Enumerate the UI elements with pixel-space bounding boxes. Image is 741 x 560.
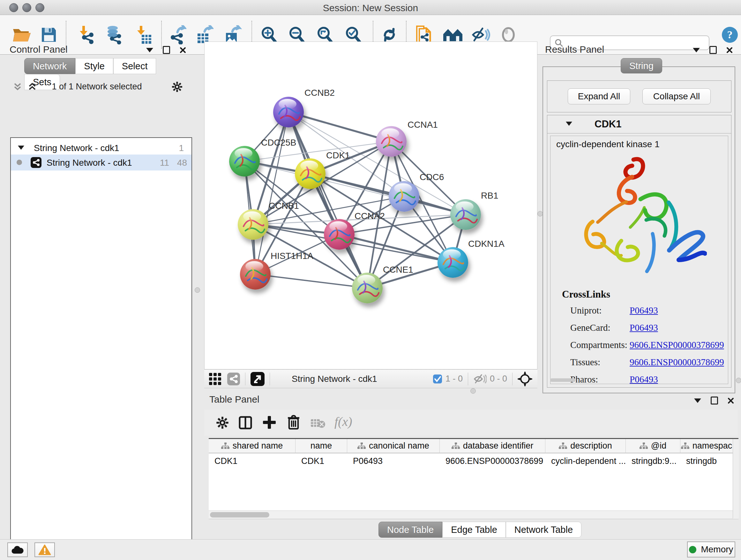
crosshair-icon[interactable] — [518, 372, 532, 386]
window-title: Session: New Session — [0, 3, 741, 13]
warnings-button[interactable] — [35, 543, 55, 557]
graph-node-ccnb1[interactable] — [238, 209, 268, 240]
sphere-glare — [456, 201, 474, 212]
column-header-canonical-name[interactable]: canonical name — [347, 439, 440, 453]
delete-column-trash-icon[interactable] — [286, 415, 300, 430]
memory-button[interactable]: Memory — [687, 542, 735, 557]
node-label-cdkn1a: CDKN1A — [468, 239, 504, 249]
crosslink-genecard-link[interactable]: P06493 — [630, 322, 658, 333]
gene-description: cyclin-dependent kinase 1 — [556, 139, 660, 149]
table-cell-name[interactable]: CDK1 — [295, 454, 347, 468]
tab-style[interactable]: Style — [75, 58, 113, 74]
column-header-database-identifier[interactable]: database identifier — [440, 439, 545, 453]
crosslink-label: Uniprot: — [570, 305, 602, 316]
node-label-ccnb2: CCNB2 — [305, 88, 335, 98]
node-label-rb1: RB1 — [481, 191, 498, 201]
table-cell-description[interactable]: cyclin-dependent ... — [545, 454, 626, 468]
table-cell-id[interactable]: stringdb:9... — [626, 454, 680, 468]
column-header-id[interactable]: @id — [626, 439, 680, 453]
graph-node-rb1[interactable] — [450, 199, 481, 230]
gene-header-row[interactable]: CDK1 — [547, 115, 731, 133]
panel-close-icon[interactable] — [726, 47, 733, 53]
tab-network-table[interactable]: Network Table — [506, 522, 582, 538]
column-header-shared-name[interactable]: shared name — [209, 439, 295, 453]
results-hscrollbar-thumb[interactable] — [550, 378, 576, 382]
string-view-icon[interactable] — [227, 373, 240, 385]
graph-node-cdc6[interactable] — [389, 181, 419, 212]
cytoscape-window: Session: New Session — [0, 0, 741, 560]
memory-label: Memory — [701, 544, 733, 555]
graph-node-cdk1[interactable] — [295, 159, 326, 189]
panel-float-icon[interactable] — [710, 46, 717, 54]
bottom-splitter-handle[interactable] — [470, 388, 476, 394]
network-row-selected[interactable]: String Network - cdk1 11 48 — [11, 154, 192, 171]
table-vertical-scrollbar[interactable] — [733, 439, 739, 518]
node-label-ccna1: CCNA1 — [408, 120, 438, 130]
network-collection-row[interactable]: String Network - cdk1 1 — [11, 141, 192, 156]
graph-node-hist1h1a[interactable] — [240, 259, 271, 290]
show-columns-icon[interactable] — [239, 416, 252, 429]
grid-view-icon[interactable] — [209, 373, 221, 385]
cloud-status-button[interactable] — [7, 543, 28, 557]
panel-close-icon[interactable] — [728, 397, 734, 404]
crosslink-tissues-link[interactable]: 9606.ENSP00000378699 — [630, 357, 724, 368]
column-header-name[interactable]: name — [295, 439, 347, 453]
crosslink-label: Tissues: — [570, 357, 600, 368]
table-horizontal-scrollbar[interactable] — [209, 510, 733, 519]
sphere-glare — [357, 275, 375, 286]
expand-collapse-box: Expand All Collapse All — [547, 80, 731, 112]
gray-eye-icon — [500, 26, 517, 43]
add-column-icon[interactable] — [262, 415, 276, 429]
panel-menu-icon[interactable] — [693, 48, 700, 52]
graph-node-ccne1[interactable] — [352, 273, 383, 303]
collection-expander-icon[interactable] — [18, 145, 24, 150]
edge-splitter-handle[interactable] — [736, 378, 741, 383]
crosslink-uniprot-link[interactable]: P06493 — [630, 305, 658, 316]
graph-node-cdkn1a[interactable] — [437, 247, 468, 278]
column-header-description[interactable]: description — [545, 439, 626, 453]
expand-all-button[interactable]: Expand All — [568, 88, 630, 105]
tab-edge-table[interactable]: Edge Table — [442, 522, 506, 538]
table-cell-namespace[interactable]: stringdb — [680, 454, 733, 468]
sphere-glare — [394, 183, 412, 194]
tab-string[interactable]: String — [621, 58, 662, 73]
table-cell-canonical-name[interactable]: P06493 — [347, 454, 440, 468]
panel-menu-icon[interactable] — [146, 48, 153, 52]
panel-menu-icon[interactable] — [694, 398, 701, 403]
hidden-node-edge-counts: 0 - 0 — [490, 374, 507, 384]
network-view-title: String Network - cdk1 — [292, 374, 377, 384]
table-cell-database-identifier[interactable]: 9606.ENSP00000378699 — [440, 454, 545, 468]
detach-view-icon[interactable] — [251, 372, 265, 386]
panel-float-icon[interactable] — [711, 396, 718, 405]
table-options-gear-icon[interactable] — [216, 416, 229, 429]
tab-select[interactable]: Select — [113, 58, 156, 74]
network-row-label: String Network - cdk1 — [47, 158, 132, 168]
tab-node-table[interactable]: Node Table — [379, 522, 442, 538]
hidden-eye-icon[interactable] — [473, 374, 487, 384]
network-list-header: 1 of 1 Network selected — [6, 79, 187, 95]
graph-node-cdc25b[interactable] — [229, 146, 260, 177]
gene-expander-icon[interactable] — [566, 122, 572, 126]
left-splitter-handle[interactable] — [195, 287, 200, 293]
right-splitter-handle[interactable] — [537, 211, 543, 216]
panel-float-icon[interactable] — [163, 46, 170, 54]
network-options-gear-icon[interactable] — [172, 81, 183, 92]
crosslink-label: GeneCard: — [570, 322, 610, 333]
column-type-icon — [221, 442, 229, 449]
crosslink-compartments-link[interactable]: 9606.ENSP00000378699 — [630, 340, 724, 350]
table-panel-header-icons — [694, 396, 734, 405]
column-header-namespace[interactable]: namespac — [680, 439, 733, 453]
graph-node-ccna2[interactable] — [324, 219, 354, 250]
network-canvas[interactable]: CCNB2 CCNA1 CDC25B CDK1 — [204, 42, 537, 369]
graph-node-ccnb2[interactable] — [273, 97, 304, 127]
panel-close-icon[interactable] — [180, 47, 186, 53]
collapse-all-button[interactable]: Collapse All — [643, 88, 711, 105]
graph-node-ccna1[interactable] — [376, 126, 407, 157]
control-panel: Control Panel NetworkStyleSelectSets 1 o… — [4, 42, 190, 535]
tab-network[interactable]: Network — [24, 58, 75, 74]
selected-checkbox-icon[interactable] — [433, 374, 442, 384]
toolbar-separator — [270, 373, 270, 385]
crosslink-pharos-link[interactable]: P06493 — [630, 374, 658, 385]
scrollbar-thumb[interactable] — [210, 512, 269, 517]
table-cell-shared-name[interactable]: CDK1 — [209, 454, 295, 468]
